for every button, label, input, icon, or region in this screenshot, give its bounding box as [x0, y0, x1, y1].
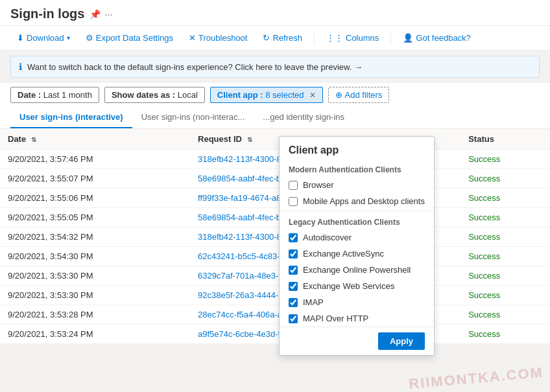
mapi-checkbox[interactable] [289, 314, 298, 323]
download-button[interactable]: ⬇ Download ▾ [10, 30, 77, 46]
table-row[interactable]: 9/20/2021, 3:53:28 PM 28ec74cc-f5a4-406a… [0, 305, 550, 325]
cell-status: Success [460, 247, 550, 266]
more-options-icon[interactable]: ··· [104, 9, 112, 19]
dropdown-scroll-area[interactable]: Modern Authentication Clients Browser Mo… [280, 160, 434, 327]
powershell-checkbox[interactable] [289, 266, 298, 275]
feedback-button[interactable]: 👤 Got feedback? [396, 30, 477, 46]
troubleshoot-icon: ✕ [189, 33, 196, 43]
table-row[interactable]: 9/20/2021, 3:55:07 PM 58e69854-aabf-4fec… [0, 169, 550, 189]
mobile-label: Mobile Apps and Desktop clients [303, 196, 425, 206]
cell-date: 9/20/2021, 3:53:30 PM [0, 266, 190, 286]
download-icon: ⬇ [17, 33, 24, 43]
page-header: Sign-in logs 📌 ··· [0, 0, 550, 26]
col-status[interactable]: Status [460, 129, 550, 150]
checkbox-mapi[interactable]: MAPI Over HTTP [280, 310, 434, 327]
sign-in-table: Date ⇅ Request ID ⇅ User Status 9/20/202… [0, 129, 550, 344]
tab-user-signin-interactive[interactable]: User sign-ins (interactive) [10, 107, 132, 128]
table-row[interactable]: 9/20/2021, 3:55:05 PM 58e69854-aabf-4fec… [0, 208, 550, 227]
dropdown-panel-title: Client app [280, 137, 434, 160]
col-date[interactable]: Date ⇅ [0, 129, 190, 150]
divider [280, 211, 434, 211]
feedback-icon: 👤 [403, 33, 413, 43]
cell-date: 9/20/2021, 3:54:30 PM [0, 247, 190, 266]
table-row[interactable]: 9/20/2021, 3:54:32 PM 318efb42-113f-4300… [0, 227, 550, 247]
modern-auth-label: Modern Authentication Clients [280, 160, 434, 177]
dropdown-footer: Apply [280, 327, 434, 355]
refresh-button[interactable]: ↻ Refresh [256, 30, 309, 46]
legacy-auth-label: Legacy Authentication Clients [280, 213, 434, 229]
date-filter-label: Date : Last 1 month [18, 90, 92, 100]
chevron-down-icon: ▾ [67, 34, 70, 41]
autodiscover-checkbox[interactable] [289, 233, 298, 242]
info-icon: ℹ [19, 62, 22, 72]
checkbox-activesync[interactable]: Exchange ActiveSync [280, 246, 434, 262]
client-app-dropdown-panel: Client app Modern Authentication Clients… [279, 136, 435, 356]
client-app-filter-tag[interactable]: Client app : 8 selected ✕ [210, 87, 323, 103]
cell-date: 9/20/2021, 3:54:32 PM [0, 227, 190, 247]
cell-date: 9/20/2021, 3:53:28 PM [0, 305, 190, 325]
troubleshoot-button[interactable]: ✕ Troubleshoot [182, 30, 254, 46]
table-header-row: Date ⇅ Request ID ⇅ User Status [0, 129, 550, 150]
cell-date: 9/20/2021, 3:55:07 PM [0, 169, 190, 189]
browser-label: Browser [303, 180, 334, 190]
powershell-label: Exchange Online Powershell [303, 265, 411, 275]
tab-managed-identity[interactable]: ...ged identity sign-ins [254, 107, 353, 128]
cell-status: Success [460, 227, 550, 247]
cell-status: Success [460, 150, 550, 169]
show-dates-label: Show dates as : Local [112, 90, 198, 100]
cell-status: Success [460, 169, 550, 189]
checkbox-mobile[interactable]: Mobile Apps and Desktop clients [280, 193, 434, 209]
sort-icon-request: ⇅ [247, 136, 252, 143]
checkbox-imap[interactable]: IMAP [280, 294, 434, 310]
cell-date: 9/20/2021, 3:55:05 PM [0, 208, 190, 227]
checkbox-browser[interactable]: Browser [280, 177, 434, 193]
cell-status: Success [460, 266, 550, 286]
cell-status: Success [460, 325, 550, 344]
client-app-label: Client app : 8 selected [217, 90, 304, 100]
activesync-label: Exchange ActiveSync [303, 249, 384, 259]
refresh-icon: ↻ [263, 33, 270, 43]
tab-user-signin-non-interactive[interactable]: User sign-ins (non-interac... [132, 107, 254, 128]
columns-button[interactable]: ⋮⋮ Columns [320, 30, 385, 46]
pin-icon[interactable]: 📌 [90, 9, 101, 19]
toolbar: ⬇ Download ▾ ⚙ Export Data Settings ✕ Tr… [0, 26, 550, 51]
checkbox-powershell[interactable]: Exchange Online Powershell [280, 262, 434, 278]
columns-icon: ⋮⋮ [326, 33, 343, 43]
checkbox-autodiscover[interactable]: Autodiscover [280, 229, 434, 246]
sort-icon-date: ⇅ [31, 136, 36, 143]
tabs-bar: User sign-ins (interactive) User sign-in… [0, 107, 550, 129]
cell-status: Success [460, 305, 550, 325]
watermark: RIIMONTKA.COM [408, 364, 544, 392]
table-row[interactable]: 9/20/2021, 3:53:24 PM a9f5e74c-6cbe-4e3d… [0, 325, 550, 344]
cell-status: Success [460, 286, 550, 305]
checkbox-webservices[interactable]: Exchange Web Services [280, 278, 434, 294]
client-app-filter-close[interactable]: ✕ [309, 91, 316, 100]
cell-date: 9/20/2021, 3:57:46 PM [0, 150, 190, 169]
export-icon: ⚙ [86, 33, 93, 43]
toolbar-separator-2 [390, 32, 391, 45]
imap-checkbox[interactable] [289, 298, 298, 307]
table-row[interactable]: 9/20/2021, 3:57:46 PM 318efb42-113f-4300… [0, 150, 550, 169]
activesync-checkbox[interactable] [289, 249, 298, 259]
imap-label: IMAP [303, 297, 324, 307]
cell-date: 9/20/2021, 3:53:30 PM [0, 286, 190, 305]
cell-status: Success [460, 208, 550, 227]
mobile-checkbox[interactable] [289, 197, 298, 206]
info-bar: ℹ Want to switch back to the default sig… [10, 56, 540, 78]
table-row[interactable]: 9/20/2021, 3:53:30 PM 92c38e5f-26a3-4444… [0, 286, 550, 305]
show-dates-filter-tag[interactable]: Show dates as : Local [104, 87, 205, 103]
browser-checkbox[interactable] [289, 181, 298, 190]
export-data-button[interactable]: ⚙ Export Data Settings [79, 30, 180, 46]
table-row[interactable]: 9/20/2021, 3:55:06 PM ff99f33e-fa19-4674… [0, 189, 550, 208]
webservices-checkbox[interactable] [289, 282, 298, 291]
cell-date: 9/20/2021, 3:53:24 PM [0, 325, 190, 344]
apply-button[interactable]: Apply [378, 332, 425, 350]
toolbar-separator [314, 32, 315, 45]
autodiscover-label: Autodiscover [303, 233, 352, 242]
filter-bar: Date : Last 1 month Show dates as : Loca… [0, 83, 550, 107]
table-row[interactable]: 9/20/2021, 3:53:30 PM 6329c7af-701a-48e3… [0, 266, 550, 286]
table-row[interactable]: 9/20/2021, 3:54:30 PM 62c43241-b5c5-4c83… [0, 247, 550, 266]
date-filter-tag[interactable]: Date : Last 1 month [10, 87, 99, 103]
add-filters-button[interactable]: ⊕ Add filters [328, 87, 390, 103]
cell-date: 9/20/2021, 3:55:06 PM [0, 189, 190, 208]
